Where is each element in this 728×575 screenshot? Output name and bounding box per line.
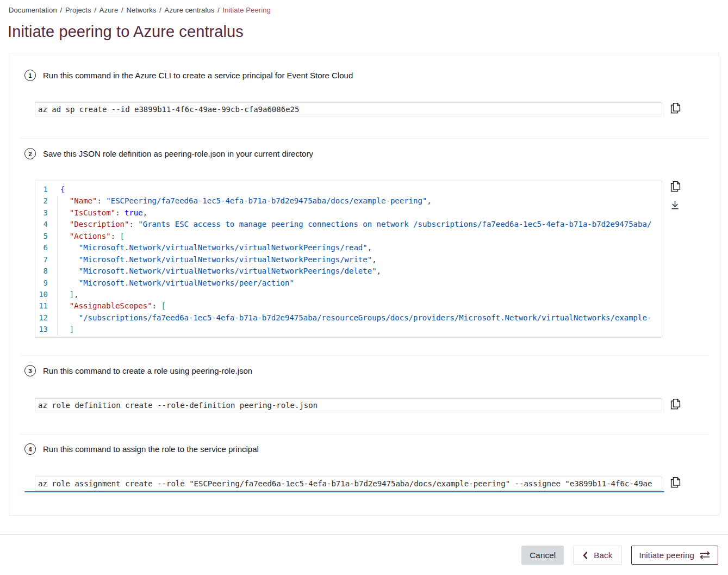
horizontal-scrollbar[interactable] — [24, 491, 664, 492]
line-code: "IsCustom": true, — [48, 207, 147, 219]
footer-divider — [0, 534, 728, 535]
line-number: 9 — [35, 277, 48, 289]
copy-icon — [670, 403, 681, 411]
editor-line: 1{ — [35, 184, 662, 195]
line-number: 6 — [35, 242, 48, 254]
line-number: 12 — [35, 312, 48, 324]
copy-icon — [670, 481, 681, 490]
breadcrumb-current: Initiate Peering — [223, 6, 271, 14]
editor-line: 13 ] — [35, 324, 662, 335]
step-2-instruction: Save this JSON role definition as peerin… — [43, 148, 313, 159]
breadcrumb-separator: / — [157, 6, 163, 14]
editor-line: 11 "AssignableScopes": [ — [35, 300, 662, 312]
breadcrumb: Documentation / Projects / Azure / Netwo… — [9, 6, 271, 14]
step-4-instruction: Run this command to assign the role to t… — [43, 443, 259, 455]
line-number: 5 — [35, 231, 48, 242]
line-code: "/subscriptions/fa7eed6a-1ec5-4efa-b71a-… — [48, 312, 651, 324]
swap-arrows-icon — [699, 551, 711, 559]
line-number: 14 — [35, 336, 48, 338]
line-code: "AssignableScopes": [ — [48, 300, 166, 312]
back-button-label: Back — [594, 551, 612, 560]
download-json-button[interactable] — [669, 199, 681, 212]
step-3-command-text: az role definition create --role-definit… — [38, 401, 318, 410]
line-number: 11 — [35, 300, 48, 312]
editor-line: 2 "Name": "ESCPeering/fa7eed6a-1ec5-4efa… — [35, 195, 662, 207]
step-1-instruction: Run this command in the Azure CLI to cre… — [43, 70, 353, 81]
line-code: ], — [48, 289, 79, 300]
footer-actions: Cancel Back Initiate peering — [521, 546, 718, 565]
copy-command-1-button[interactable] — [669, 101, 682, 114]
editor-line: 5 "Actions": [ — [35, 231, 662, 242]
line-code: "Description": "Grants ESC access to man… — [48, 219, 651, 230]
copy-json-button[interactable] — [669, 180, 682, 193]
editor-line: 3 "IsCustom": true, — [35, 207, 662, 219]
breadcrumb-separator: / — [119, 6, 125, 14]
breadcrumb-link[interactable]: Projects — [65, 6, 91, 14]
initiate-peering-button[interactable]: Initiate peering — [631, 546, 718, 565]
line-number: 13 — [35, 324, 48, 335]
line-code: ] — [48, 324, 74, 335]
breadcrumb-separator: / — [58, 6, 64, 14]
cancel-button[interactable]: Cancel — [521, 546, 564, 565]
breadcrumb-link[interactable]: Networks — [126, 6, 156, 14]
editor-line: 9 "Microsoft.Network/virtualNetworks/pee… — [35, 277, 662, 289]
line-code: "Actions": [ — [48, 231, 125, 242]
line-number: 8 — [35, 265, 48, 277]
step-1-number: 1 — [24, 70, 36, 81]
section-divider — [20, 138, 709, 139]
copy-command-4-button[interactable] — [669, 475, 682, 489]
wizard-card: 1 Run this command in the Azure CLI to c… — [9, 53, 719, 516]
editor-line: 10 ], — [35, 289, 662, 300]
step-1-command-box[interactable]: az ad sp create --id e3899b11-4f6c-49ae-… — [35, 102, 662, 116]
copy-icon — [670, 186, 681, 194]
page-title: Initiate peering to Azure centralus — [8, 23, 244, 41]
section-divider — [20, 434, 709, 435]
breadcrumb-link[interactable]: Documentation — [9, 6, 57, 14]
line-code: "Name": "ESCPeering/fa7eed6a-1ec5-4efa-b… — [48, 195, 432, 207]
line-code: "Microsoft.Network/virtualNetworks/virtu… — [48, 242, 372, 254]
step-4-command-box[interactable]: az role assignment create --role "ESCPee… — [35, 477, 662, 491]
line-code: "Microsoft.Network/virtualNetworks/virtu… — [48, 254, 377, 265]
breadcrumb-link[interactable]: Azure centralus — [165, 6, 215, 14]
line-number: 10 — [35, 289, 48, 300]
step-3-command-box[interactable]: az role definition create --role-definit… — [35, 398, 662, 412]
copy-icon — [670, 107, 681, 115]
breadcrumb-link[interactable]: Azure — [99, 6, 118, 14]
editor-line: 12 "/subscriptions/fa7eed6a-1ec5-4efa-b7… — [35, 312, 662, 324]
section-divider — [20, 355, 709, 356]
breadcrumb-separator: / — [92, 6, 98, 14]
step-3-number: 3 — [24, 365, 36, 376]
initiate-peering-page: Documentation / Projects / Azure / Netwo… — [0, 0, 728, 575]
breadcrumb-separator: / — [215, 6, 221, 14]
line-code: "Microsoft.Network/virtualNetworks/virtu… — [48, 265, 381, 277]
chevron-left-icon — [583, 552, 588, 559]
step-4-number: 4 — [24, 443, 36, 455]
editor-line: 8 "Microsoft.Network/virtualNetworks/vir… — [35, 265, 662, 277]
copy-command-3-button[interactable] — [669, 397, 682, 410]
editor-line: 7 "Microsoft.Network/virtualNetworks/vir… — [35, 254, 662, 265]
line-number: 2 — [35, 195, 48, 207]
line-number: 4 — [35, 219, 48, 230]
line-number: 7 — [35, 254, 48, 265]
step-1-command-text: az ad sp create --id e3899b11-4f6c-49ae-… — [38, 105, 299, 114]
step-4-command-text: az role assignment create --role "ESCPee… — [38, 479, 652, 488]
line-code: } — [48, 336, 65, 338]
initiate-peering-label: Initiate peering — [639, 551, 694, 560]
back-button[interactable]: Back — [573, 546, 622, 565]
line-code: { — [48, 184, 65, 195]
line-number: 1 — [35, 184, 48, 195]
step-2-number: 2 — [24, 148, 36, 159]
step-3-instruction: Run this command to create a role using … — [43, 365, 252, 376]
indent-guide — [57, 196, 58, 336]
line-number: 3 — [35, 207, 48, 219]
editor-line: 14} — [35, 336, 662, 338]
json-editor[interactable]: 1{2 "Name": "ESCPeering/fa7eed6a-1ec5-4e… — [35, 181, 662, 338]
line-code: "Microsoft.Network/virtualNetworks/peer/… — [48, 277, 294, 289]
download-icon — [670, 205, 680, 213]
editor-line: 6 "Microsoft.Network/virtualNetworks/vir… — [35, 242, 662, 254]
json-editor-lines: 1{2 "Name": "ESCPeering/fa7eed6a-1ec5-4e… — [35, 181, 662, 338]
editor-line: 4 "Description": "Grants ESC access to m… — [35, 219, 662, 230]
